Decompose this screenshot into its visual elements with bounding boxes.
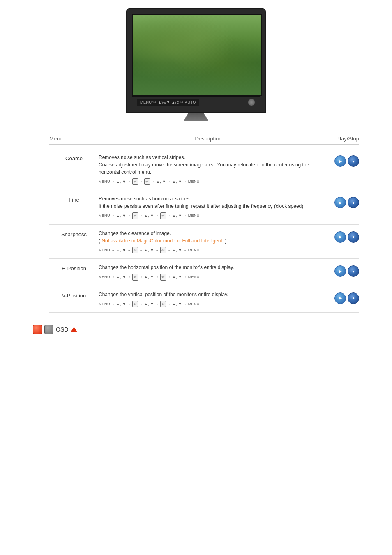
desc-line-coarse-1: Removes noise such as vertical stripes.C…	[99, 154, 309, 175]
osd-label: OSD	[56, 326, 68, 333]
desc-col-vposition: Changes the vertical position of the mon…	[99, 291, 318, 307]
desc-line-vposition-1: Changes the vertical position of the mon…	[99, 292, 228, 297]
nav-hposition: MENU → ▲, ▼ → ⏎ → ▲, ▼ → ⏎ → ▲, ▼ → MENU	[99, 274, 310, 280]
col-header-desc: Description	[99, 136, 318, 142]
forward-button-hposition[interactable]: ▶	[334, 265, 346, 277]
page: MENU/⏎ ▲%/▼ ▲/α ⏎ AUTO Menu Description …	[0, 0, 392, 350]
nav-box: ⏎	[160, 274, 166, 280]
play-col-fine: ▶ ●	[318, 195, 359, 208]
col-header-playstop: Play/Stop	[318, 136, 359, 142]
back-arrow-icon: ●	[352, 235, 355, 239]
desc-line-sharpness-1: Changes the clearance of image.( Not ava…	[99, 230, 227, 244]
desc-col-coarse: Removes noise such as vertical stripes.C…	[99, 154, 318, 185]
monitor-body: MENU/⏎ ▲%/▼ ▲/α ⏎ AUTO	[126, 8, 266, 113]
monitor-section: MENU/⏎ ▲%/▼ ▲/α ⏎ AUTO	[0, 8, 392, 121]
nav-button-gray[interactable]	[44, 325, 53, 334]
nav-box: ⏎	[132, 301, 138, 307]
monitor-stand-neck	[184, 113, 208, 121]
desc-col-hposition: Changes the horizontal position of the m…	[99, 264, 318, 280]
play-col-sharpness: ▶ ●	[318, 230, 359, 243]
forward-arrow-icon: ▶	[339, 296, 342, 300]
forward-button-vposition[interactable]: ▶	[334, 292, 346, 304]
back-arrow-icon: ●	[352, 159, 355, 164]
monitor-screen	[132, 14, 262, 96]
bottom-nav: OSD	[0, 317, 392, 342]
nav-box: ⏎	[132, 212, 138, 219]
col-header-menu: Menu	[49, 136, 99, 142]
back-button-coarse[interactable]: ●	[348, 155, 359, 167]
table-row: Fine Removes noise such as horizontal st…	[49, 190, 359, 224]
menu-bar: MENU/⏎ ▲%/▼ ▲/α ⏎ AUTO	[137, 99, 199, 106]
forward-button-fine[interactable]: ▶	[334, 197, 346, 208]
forward-arrow-icon: ▶	[339, 269, 342, 274]
nav-box: ⏎	[160, 212, 166, 219]
menu-item-hposition: H-Position	[49, 264, 99, 272]
desc-line-fine-1: Removes noise such as horizontal stripes…	[99, 196, 305, 209]
nav-fine: MENU → ▲, ▼ → ⏎ → ▲, ▼ → ⏎ → ▲, ▼ → MENU	[99, 212, 310, 219]
back-button-vposition[interactable]: ●	[348, 292, 359, 304]
play-col-hposition: ▶ ●	[318, 264, 359, 277]
table-row: Sharpness Changes the clearance of image…	[49, 225, 359, 259]
desc-text-hposition: Changes the horizontal position of the m…	[99, 264, 310, 271]
menu-bar-text: MENU/⏎ ▲%/▼ ▲/α ⏎ AUTO	[140, 100, 196, 104]
back-arrow-icon: ●	[352, 269, 355, 274]
nav-button-red[interactable]	[33, 325, 42, 334]
back-arrow-icon: ●	[352, 296, 355, 300]
table-section: Menu Description Play/Stop Coarse Remove…	[0, 129, 392, 317]
menu-item-sharpness: Sharpness	[49, 230, 99, 237]
desc-text-coarse: Removes noise such as vertical stripes.C…	[99, 154, 310, 176]
desc-line-hposition-1: Changes the horizontal position of the m…	[99, 265, 234, 270]
desc-text-fine: Removes noise such as horizontal stripes…	[99, 195, 310, 210]
back-button-hposition[interactable]: ●	[348, 265, 359, 277]
forward-arrow-icon: ▶	[339, 200, 342, 205]
monitor-bezel-bottom: MENU/⏎ ▲%/▼ ▲/α ⏎ AUTO	[132, 96, 260, 108]
nav-sharpness: MENU → ▲, ▼ → ⏎ → ▲, ▼ → ⏎ → ▲, ▼ → MENU	[99, 247, 310, 253]
nav-vposition: MENU → ▲, ▼ → ⏎ → ▲, ▼ → ⏎ → ▲, ▼ → MENU	[99, 301, 310, 307]
menu-item-vposition: V-Position	[49, 291, 99, 299]
forward-arrow-icon: ▶	[339, 235, 342, 239]
back-arrow-icon: ●	[352, 200, 355, 205]
back-button-fine[interactable]: ●	[348, 197, 359, 208]
nav-box: ⏎	[132, 247, 138, 253]
nav-box: ⏎	[160, 301, 166, 307]
play-col-vposition: ▶ ●	[318, 291, 359, 304]
monitor-wrap: MENU/⏎ ▲%/▼ ▲/α ⏎ AUTO	[126, 8, 266, 121]
nav-coarse: MENU → ▲, ▼ → ⏎ → ⏎ → ▲, ▼ → ▲, ▼ → MENU	[99, 178, 310, 185]
forward-arrow-icon: ▶	[339, 159, 342, 164]
monitor-stand	[126, 113, 266, 121]
menu-item-coarse: Coarse	[49, 154, 99, 161]
table-row: Coarse Removes noise such as vertical st…	[49, 149, 359, 190]
nav-box: ⏎	[132, 274, 138, 280]
desc-text-vposition: Changes the vertical position of the mon…	[99, 291, 310, 298]
table-row: V-Position Changes the vertical position…	[49, 286, 359, 313]
desc-orange-sharpness: Not available in MagicColor mode of Full…	[101, 238, 224, 244]
desc-text-sharpness: Changes the clearance of image.( Not ava…	[99, 230, 310, 244]
desc-col-fine: Removes noise such as horizontal stripes…	[99, 195, 318, 219]
monitor-power-button[interactable]	[248, 99, 255, 106]
nav-box: ⏎	[144, 178, 150, 185]
nav-box: ⏎	[132, 178, 138, 185]
menu-item-fine: Fine	[49, 195, 99, 203]
table-row: H-Position Changes the horizontal positi…	[49, 259, 359, 286]
table-header: Menu Description Play/Stop	[49, 133, 359, 145]
monitor-screen-image	[133, 15, 261, 95]
nav-box: ⏎	[160, 247, 166, 253]
forward-button-coarse[interactable]: ▶	[334, 155, 346, 167]
nav-button-up[interactable]	[71, 327, 77, 332]
desc-col-sharpness: Changes the clearance of image.( Not ava…	[99, 230, 318, 253]
forward-button-sharpness[interactable]: ▶	[334, 231, 346, 243]
play-col-coarse: ▶ ●	[318, 154, 359, 167]
back-button-sharpness[interactable]: ●	[348, 231, 359, 243]
